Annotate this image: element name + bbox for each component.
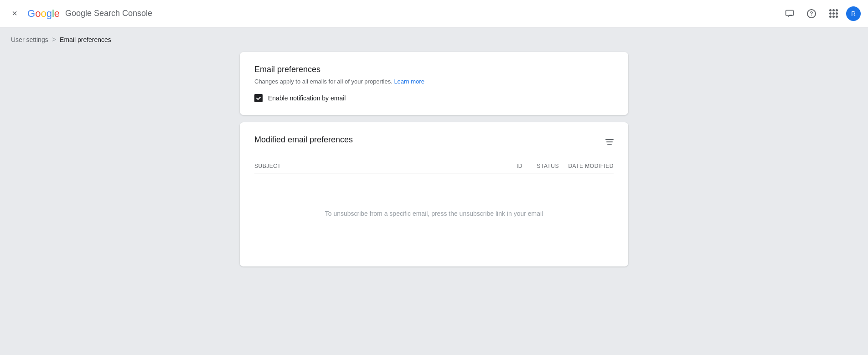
avatar[interactable]: R bbox=[846, 6, 861, 21]
breadcrumb-separator: > bbox=[52, 36, 56, 44]
feedback-icon bbox=[785, 9, 794, 18]
enable-notification-label[interactable]: Enable notification by email bbox=[268, 94, 346, 102]
modified-preferences-card: Modified email preferences Subject ID St… bbox=[240, 122, 628, 266]
google-logo: Google bbox=[27, 8, 60, 20]
breadcrumb-current: Email preferences bbox=[60, 36, 111, 43]
breadcrumb-parent[interactable]: User settings bbox=[11, 36, 48, 43]
svg-rect-0 bbox=[786, 10, 794, 16]
enable-notification-row: Enable notification by email bbox=[254, 94, 614, 102]
close-button[interactable]: × bbox=[7, 6, 22, 21]
apps-button[interactable] bbox=[824, 5, 842, 23]
help-button[interactable]: ? bbox=[802, 5, 821, 23]
email-preferences-subtitle: Changes apply to all emails for all of y… bbox=[254, 78, 614, 85]
header-left: × Google Google Search Console bbox=[7, 6, 780, 21]
filter-line-1 bbox=[605, 139, 614, 140]
email-preferences-card: Email preferences Changes apply to all e… bbox=[240, 52, 628, 115]
app-header: × Google Google Search Console ? bbox=[0, 0, 868, 27]
enable-notification-checkbox[interactable] bbox=[254, 94, 263, 102]
help-icon: ? bbox=[807, 9, 816, 18]
filter-button[interactable] bbox=[605, 139, 614, 145]
col-id: ID bbox=[495, 163, 522, 169]
col-status: Status bbox=[522, 163, 559, 169]
learn-more-link[interactable]: Learn more bbox=[394, 78, 424, 85]
main-content: Email preferences Changes apply to all e… bbox=[229, 52, 639, 285]
apps-grid-icon bbox=[829, 9, 838, 18]
col-date-modified: Date modified bbox=[559, 163, 614, 169]
table-header: Subject ID Status Date modified bbox=[254, 159, 614, 173]
app-title: Google Search Console bbox=[65, 9, 152, 18]
checkmark-icon bbox=[256, 95, 261, 101]
feedback-button[interactable] bbox=[780, 5, 799, 23]
breadcrumb: User settings > Email preferences bbox=[0, 27, 868, 52]
filter-line-3 bbox=[607, 144, 612, 145]
modified-card-header: Modified email preferences bbox=[254, 135, 614, 148]
col-subject: Subject bbox=[254, 163, 495, 169]
modified-preferences-title: Modified email preferences bbox=[254, 135, 353, 145]
filter-line-2 bbox=[606, 141, 613, 142]
table-empty-message: To unsubscribe from a specific email, pr… bbox=[254, 173, 614, 254]
email-preferences-title: Email preferences bbox=[254, 65, 614, 74]
header-right: ? R bbox=[780, 5, 861, 23]
